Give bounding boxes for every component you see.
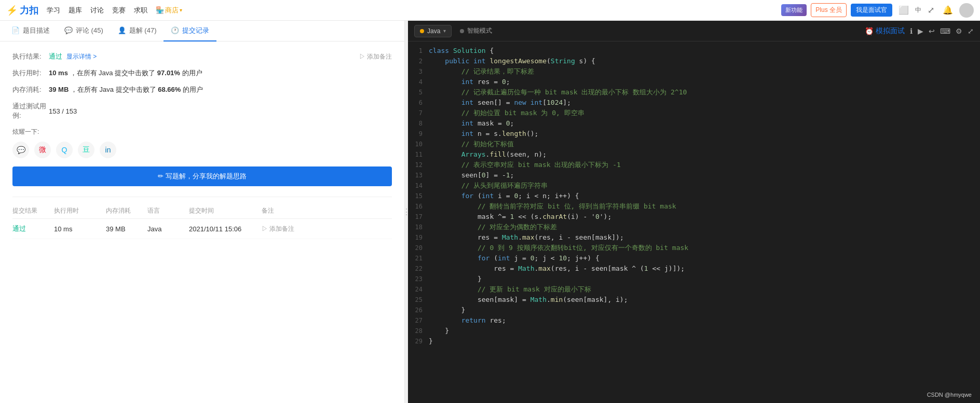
- tab-solutions[interactable]: 👤 题解 (47): [111, 21, 164, 41]
- undo-icon[interactable]: ↩: [929, 27, 935, 35]
- wechat-icon: 💬: [17, 146, 25, 154]
- fullscreen-icon[interactable]: ⤢: [968, 27, 974, 35]
- line-number: 22: [408, 263, 429, 274]
- line-content: // 表示空串对应 bit mask 出现的最小下标为 -1: [429, 160, 980, 170]
- settings-icon[interactable]: ⚙: [956, 27, 962, 35]
- nav-discuss[interactable]: 讨论: [90, 4, 104, 17]
- logo[interactable]: ⚡ 力扣: [6, 4, 38, 17]
- line-content: mask ^= 1 << (s.charAt(i) - '0');: [429, 212, 980, 222]
- nav-problems[interactable]: 题库: [69, 4, 82, 17]
- linkedin-icon: in: [105, 146, 111, 154]
- weibo-share-button[interactable]: 微: [34, 142, 51, 158]
- line-content: int n = s.length();: [429, 129, 980, 139]
- nav-contest[interactable]: 竞赛: [112, 4, 126, 17]
- line-number: 20: [408, 243, 429, 253]
- write-solution-button[interactable]: ✏ 写题解，分享我的解题思路: [12, 166, 392, 186]
- selected-language: Java: [427, 27, 440, 35]
- douyin-icon: 豆: [83, 145, 90, 155]
- language-selector[interactable]: 中: [915, 6, 921, 15]
- time-label: 执行用时:: [12, 68, 49, 78]
- code-editor-panel: Java ▾ 智能模式 ⏰ 模拟面试 ℹ ▶ ↩ ⌨ ⚙ ⤢: [408, 21, 980, 403]
- code-line: 5 // 记录截止遍历位每一种 bit mask 出现的最小下标 数组大小为 2…: [408, 87, 980, 98]
- line-content: // 从头到尾循环遍历字符串: [429, 180, 980, 191]
- tablet-icon[interactable]: ⬜: [896, 5, 911, 15]
- tab-description[interactable]: 📄 题目描述: [4, 21, 57, 41]
- code-area[interactable]: 1class Solution {2 public int longestAwe…: [408, 41, 980, 403]
- line-content: res = Math.max(res, i - seen[mask]);: [429, 232, 980, 243]
- col-header-lang: 语言: [147, 206, 189, 215]
- code-line: 8 int mask = 0;: [408, 118, 980, 129]
- tab-comments[interactable]: 💬 评论 (45): [57, 21, 111, 41]
- info-icon[interactable]: ℹ: [910, 27, 913, 35]
- editor-actions: ⏰ 模拟面试 ℹ ▶ ↩ ⌨ ⚙ ⤢: [865, 26, 974, 36]
- nav-jobs[interactable]: 求职: [134, 4, 147, 17]
- code-line: 15 for (int i = 0; i < n; i++) {: [408, 191, 980, 201]
- tab-submissions[interactable]: 🕐 提交记录: [164, 21, 216, 41]
- editor-header-left: Java ▾ 智能模式: [414, 25, 492, 37]
- add-note-button[interactable]: ▷ 添加备注: [359, 52, 392, 61]
- nav-learn[interactable]: 学习: [47, 4, 60, 17]
- logo-text: 力扣: [20, 4, 38, 17]
- mock-interview-button[interactable]: ⏰ 模拟面试: [865, 26, 905, 36]
- line-number: 5: [408, 87, 429, 98]
- line-content: // 0 到 9 按顺序依次翻转bit位, 对应仅有一个奇数的 bit mask: [429, 243, 980, 253]
- row-add-note[interactable]: ▷ 添加备注: [262, 225, 392, 233]
- smart-mode-toggle[interactable]: 智能模式: [460, 26, 492, 35]
- smart-mode-label: 智能模式: [467, 26, 492, 35]
- expand-icon[interactable]: ⤢: [925, 5, 936, 15]
- notification-icon[interactable]: 🔔: [941, 5, 955, 15]
- code-line: 21 for (int j = 0; j < 10; j++) {: [408, 253, 980, 263]
- test-cases-row: 通过测试用例: 153 / 153: [12, 102, 392, 120]
- code-line: 17 mask ^= 1 << (s.charAt(i) - '0');: [408, 212, 980, 222]
- code-line: 11 Arrays.fill(seen, n);: [408, 149, 980, 160]
- code-line: 19 res = Math.max(res, i - seen[mask]);: [408, 232, 980, 243]
- alarm-icon: ⏰: [865, 27, 874, 35]
- col-header-result: 提交结果: [12, 206, 54, 215]
- submission-table: 提交结果 执行用时 内存消耗 语言 提交时间 备注 通过 10 ms 39 MB…: [12, 197, 392, 239]
- douyin-share-button[interactable]: 豆: [78, 142, 94, 158]
- code-line: 2 public int longestAwesome(String s) {: [408, 56, 980, 66]
- language-selector-dropdown[interactable]: Java ▾: [414, 25, 452, 37]
- top-navigation: ⚡ 力扣 学习 题库 讨论 竞赛 求职 🏪 商店 ▾ 新功能 Plus 全员 我…: [0, 0, 980, 21]
- detail-link[interactable]: 显示详情 >: [66, 52, 97, 61]
- code-line: 16 // 翻转当前字符对应 bit 位, 得到当前字符串前缀 bit mask: [408, 201, 980, 212]
- row-result: 通过: [12, 224, 54, 233]
- line-content: res = Math.max(res, i - seen[mask ^ (1 <…: [429, 263, 980, 274]
- linkedin-share-button[interactable]: in: [100, 142, 116, 158]
- exec-value: 通过: [49, 52, 62, 61]
- row-lang: Java: [147, 225, 189, 233]
- test-value: 153 / 153: [49, 107, 77, 115]
- table-header: 提交结果 执行用时 内存消耗 语言 提交时间 备注: [12, 203, 392, 219]
- line-number: 2: [408, 56, 429, 66]
- nav-store[interactable]: 🏪 商店 ▾: [156, 4, 182, 17]
- line-number: 18: [408, 222, 429, 232]
- wechat-share-button[interactable]: 💬: [12, 142, 29, 158]
- exec-result-row: 执行结果: 通过 显示详情 > ▷ 添加备注: [12, 52, 392, 61]
- run-icon[interactable]: ▶: [918, 27, 923, 35]
- code-line: 29}: [408, 336, 980, 346]
- left-panel: 📄 题目描述 💬 评论 (45) 👤 题解 (47) 🕐 提交记录 执行结果: …: [0, 21, 405, 403]
- mem-value: 39 MB ，在所有 Java 提交中击败了 68.66% 的用户: [49, 85, 203, 94]
- weibo-icon: 微: [39, 145, 46, 155]
- smart-mode-dot-icon: [460, 29, 464, 33]
- code-format-icon[interactable]: ⌨: [940, 27, 950, 35]
- line-number: 21: [408, 253, 429, 263]
- plus-member-button[interactable]: Plus 全员: [811, 3, 847, 17]
- share-label: 炫耀一下:: [12, 128, 392, 136]
- avatar[interactable]: [959, 3, 974, 18]
- tab-bar: 📄 题目描述 💬 评论 (45) 👤 题解 (47) 🕐 提交记录: [0, 21, 404, 41]
- code-line: 3 // 记录结果，即下标差: [408, 66, 980, 77]
- line-number: 14: [408, 180, 429, 191]
- pass-result-link[interactable]: 通过: [12, 225, 26, 232]
- line-content: int res = 0;: [429, 77, 980, 87]
- code-line: 13 seen[0] = -1;: [408, 170, 980, 180]
- interviewer-button[interactable]: 我是面试官: [851, 4, 892, 17]
- line-number: 1: [408, 46, 429, 56]
- col-header-note: 备注: [262, 206, 392, 215]
- new-feature-button[interactable]: 新功能: [781, 4, 807, 16]
- code-line: 18 // 对应全为偶数的下标差: [408, 222, 980, 232]
- qq-share-button[interactable]: Q: [56, 142, 73, 158]
- line-content: }: [429, 305, 980, 315]
- line-number: 13: [408, 170, 429, 180]
- line-content: // 更新 bit mask 对应的最小下标: [429, 284, 980, 295]
